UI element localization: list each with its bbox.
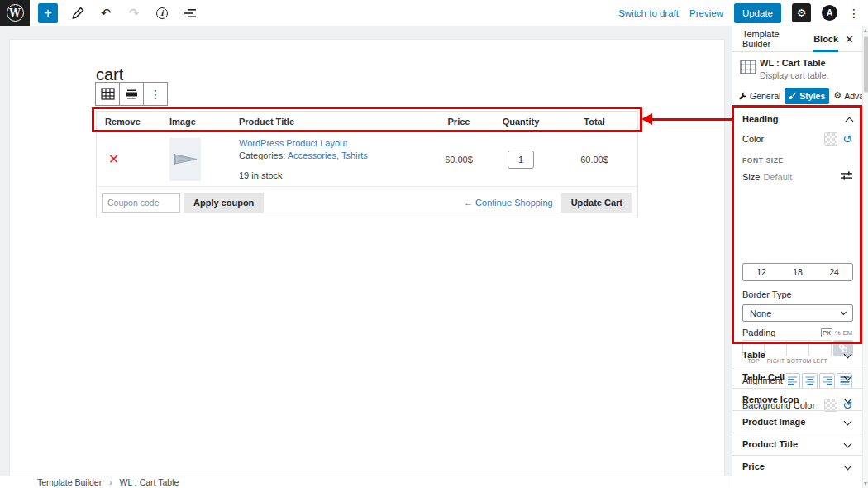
- remove-item-icon[interactable]: ✕: [105, 153, 119, 166]
- editor-canvas: cart ⋮ Remove Image Product Title Price: [0, 26, 732, 476]
- tab-styles[interactable]: Styles: [785, 88, 829, 104]
- edit-mode-icon[interactable]: [69, 5, 86, 22]
- sidebar-tabs: Template Builder Block ✕: [732, 26, 862, 52]
- panel-product-title[interactable]: Product Title: [732, 433, 862, 455]
- pennant-image-icon: [171, 147, 199, 172]
- panel-table[interactable]: Table: [732, 343, 862, 366]
- heading-panel-header[interactable]: Heading: [742, 114, 852, 124]
- close-sidebar-icon[interactable]: ✕: [845, 33, 854, 45]
- unit-em[interactable]: EM: [843, 329, 852, 337]
- block-setting-tabs: General Styles ⚙ Advanced: [732, 85, 862, 107]
- size-settings-icon[interactable]: [841, 171, 852, 182]
- block-card-icon: [740, 60, 756, 76]
- block-card-title: WL : Cart Table: [760, 58, 826, 68]
- unit-percent[interactable]: %: [835, 329, 841, 337]
- editor-window: W + ↶ ↷ i Switch to draft Preview Update…: [0, 0, 868, 488]
- size-row: Size Default: [742, 171, 852, 182]
- block-options-button[interactable]: ⋮: [143, 82, 168, 106]
- update-button[interactable]: Update: [734, 3, 781, 23]
- preset-18[interactable]: 18: [780, 264, 816, 280]
- unit-px[interactable]: PX: [821, 328, 832, 337]
- panel-table-cell[interactable]: Table Cell: [732, 366, 862, 388]
- settings-gear-icon[interactable]: ⚙: [792, 3, 811, 22]
- undo-icon[interactable]: ↶: [98, 5, 114, 22]
- topbar-actions: Switch to draft Preview Update ⚙ A ⋮: [618, 3, 868, 23]
- color-swatch[interactable]: [824, 132, 837, 146]
- details-icon[interactable]: i: [154, 5, 170, 22]
- chevron-up-icon: [846, 117, 854, 125]
- plugin-logo-icon[interactable]: A: [822, 5, 837, 21]
- redo-icon[interactable]: ↷: [126, 5, 142, 22]
- chevron-down-icon: [841, 309, 847, 315]
- product-categories: Categories: Accessories, Tshirts: [239, 151, 429, 160]
- scrollbar-thumb[interactable]: [864, 36, 868, 93]
- border-type-select[interactable]: None: [742, 304, 853, 322]
- cart-table-header: Remove Image Product Title Price Quantit…: [97, 112, 637, 132]
- sidebar-scrollbar[interactable]: [862, 26, 868, 488]
- panel-remove-icon[interactable]: Remove Icon: [732, 388, 862, 410]
- padding-label: Padding: [742, 328, 775, 337]
- cart-table-block[interactable]: Remove Image Product Title Price Quantit…: [96, 111, 638, 218]
- preview-link[interactable]: Preview: [689, 8, 723, 18]
- topbar-tools: + ↶ ↷ i: [38, 3, 198, 23]
- category-link-accessories[interactable]: Accessories: [288, 151, 336, 160]
- item-total: 60.00$: [553, 155, 636, 165]
- color-label: Color: [742, 134, 764, 144]
- header-total: Total: [553, 117, 636, 127]
- tab-general[interactable]: General: [735, 88, 785, 104]
- breadcrumb-template-builder[interactable]: Template Builder: [37, 477, 102, 487]
- coupon-code-input[interactable]: [102, 193, 180, 213]
- kebab-icon: ⋮: [150, 88, 161, 101]
- tab-template-builder[interactable]: Template Builder: [732, 26, 807, 52]
- quantity-input[interactable]: [508, 151, 534, 169]
- unit-switcher: PX % EM: [821, 328, 852, 337]
- editor-topbar: W + ↶ ↷ i Switch to draft Preview Update…: [0, 0, 868, 26]
- header-product-title: Product Title: [239, 117, 429, 127]
- options-kebab-icon[interactable]: ⋮: [848, 7, 860, 20]
- apply-coupon-button[interactable]: Apply coupon: [184, 193, 264, 213]
- page-surface: cart ⋮ Remove Image Product Title Price: [9, 39, 725, 476]
- header-remove: Remove: [97, 117, 169, 127]
- block-align-button[interactable]: [119, 82, 144, 106]
- list-view-icon[interactable]: [182, 5, 198, 22]
- preset-12[interactable]: 12: [743, 264, 780, 280]
- wordpress-menu-button[interactable]: W: [0, 0, 30, 26]
- align-icon: [126, 89, 137, 99]
- wrench-icon: [739, 92, 747, 100]
- font-size-presets: 12 18 24: [742, 263, 853, 281]
- cart-item-row: ✕ WordPress Product Layout Categories: A…: [97, 132, 637, 187]
- breadcrumb: Template Builder › WL : Cart Table: [0, 476, 732, 488]
- tab-block[interactable]: Block: [807, 26, 845, 52]
- info-icon: i: [156, 7, 168, 19]
- chevron-down-icon: [844, 350, 852, 358]
- block-type-button[interactable]: [95, 82, 120, 106]
- reset-color-icon[interactable]: ↺: [842, 133, 852, 145]
- continue-shopping-link[interactable]: ← Continue Shopping: [464, 198, 553, 208]
- header-image: Image: [169, 117, 239, 127]
- heading-panel: Heading Color ↺ FONT SIZE Size Default 1…: [732, 107, 862, 343]
- stock-status: 19 in stock: [239, 170, 429, 180]
- item-price: 60.00$: [429, 155, 489, 165]
- collapsed-panels: Table Table Cell Remove Icon Product Ima…: [732, 343, 862, 477]
- update-cart-button[interactable]: Update Cart: [561, 193, 632, 213]
- product-title-link[interactable]: WordPress Product Layout: [239, 138, 429, 148]
- category-link-tshirts[interactable]: Tshirts: [341, 151, 368, 160]
- switch-to-draft-link[interactable]: Switch to draft: [618, 8, 679, 18]
- scroll-up-icon[interactable]: [864, 29, 867, 32]
- product-thumbnail[interactable]: [169, 138, 201, 181]
- wordpress-logo-icon: W: [7, 4, 24, 22]
- block-toolbar: ⋮: [95, 82, 168, 106]
- chevron-down-icon: [844, 462, 852, 470]
- chevron-down-icon: [844, 439, 852, 447]
- scroll-down-icon[interactable]: [864, 482, 867, 486]
- panel-product-image[interactable]: Product Image: [732, 410, 862, 433]
- padding-row-label: Padding PX % EM: [742, 328, 852, 337]
- block-card-description: Display cart table.: [760, 70, 828, 80]
- block-inserter-button[interactable]: +: [38, 3, 58, 23]
- heading-color-row: Color ↺: [742, 132, 852, 146]
- preset-24[interactable]: 24: [816, 264, 852, 280]
- table-grid-icon: [101, 88, 115, 100]
- brush-icon: [789, 92, 797, 100]
- categories-label: Categories:: [239, 151, 285, 160]
- panel-price[interactable]: Price: [732, 455, 862, 477]
